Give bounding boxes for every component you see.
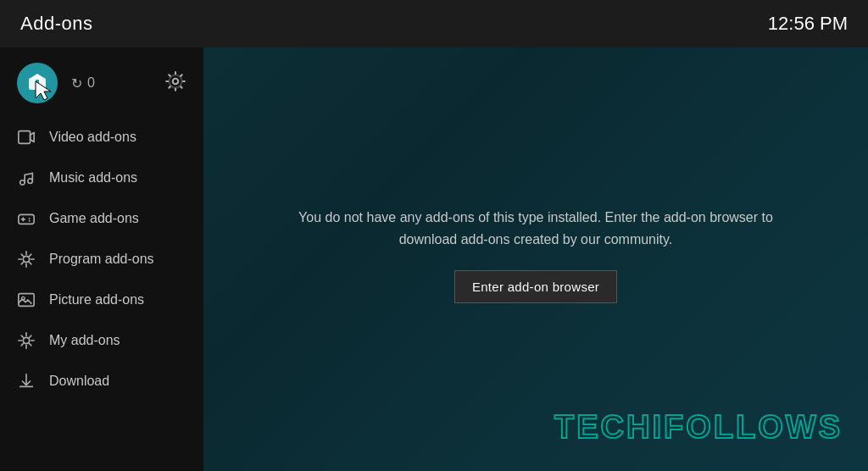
sidebar-item-my-addons[interactable]: My add-ons (0, 320, 203, 361)
svg-point-11 (29, 220, 31, 222)
refresh-count: 0 (87, 75, 95, 91)
enter-addon-browser-button[interactable]: Enter add-on browser (454, 270, 617, 303)
svg-point-5 (169, 75, 181, 87)
sidebar-item-game-addons[interactable]: Game add-ons (0, 198, 203, 239)
svg-point-15 (23, 337, 29, 343)
cursor-icon (32, 78, 56, 102)
svg-point-12 (23, 256, 29, 262)
sidebar-toolbar: ↻ 0 (0, 54, 203, 117)
sidebar-item-video-addons[interactable]: Video add-ons (0, 117, 203, 158)
svg-rect-9 (19, 214, 34, 224)
empty-state-message: You do not have any add-ons of this type… (281, 207, 790, 250)
content-area: You do not have any add-ons of this type… (203, 47, 868, 471)
clock: 12:56 PM (768, 13, 848, 35)
header: Add-ons 12:56 PM (0, 0, 868, 47)
sidebar-item-label: Music add-ons (49, 170, 137, 186)
refresh-button[interactable]: ↻ 0 (71, 75, 95, 91)
svg-rect-6 (19, 131, 31, 144)
picture-icon (17, 291, 36, 309)
sidebar-item-picture-addons[interactable]: Picture add-ons (0, 280, 203, 320)
sidebar-item-download[interactable]: Download (0, 361, 203, 402)
addon-browser-icon[interactable] (17, 63, 58, 103)
program-icon (17, 250, 36, 269)
sidebar-item-label: Program add-ons (49, 252, 154, 267)
gear-icon (164, 70, 186, 92)
sidebar: ↻ 0 Video add-ons (0, 47, 203, 471)
svg-point-4 (173, 79, 179, 85)
sidebar-item-label: Video add-ons (49, 130, 136, 145)
main-layout: ↻ 0 Video add-ons (0, 47, 868, 471)
music-icon (17, 169, 36, 187)
download-icon (17, 372, 36, 391)
myaddons-icon (17, 331, 36, 350)
sidebar-item-label: Download (49, 374, 109, 389)
sidebar-item-label: My add-ons (49, 333, 120, 348)
sidebar-item-label: Game add-ons (49, 211, 139, 226)
video-icon (17, 128, 36, 147)
sidebar-item-music-addons[interactable]: Music add-ons (0, 158, 203, 198)
sidebar-nav: Video add-ons Music add-ons (0, 117, 203, 471)
svg-marker-3 (36, 81, 51, 100)
sidebar-item-program-addons[interactable]: Program add-ons (0, 239, 203, 280)
svg-point-10 (29, 218, 31, 219)
watermark: TECHIFOLLOWS (554, 409, 843, 446)
refresh-icon: ↻ (71, 75, 82, 91)
game-icon (17, 209, 36, 228)
sidebar-item-label: Picture add-ons (49, 292, 144, 308)
page-title: Add-ons (20, 13, 92, 35)
settings-button[interactable] (164, 70, 186, 96)
